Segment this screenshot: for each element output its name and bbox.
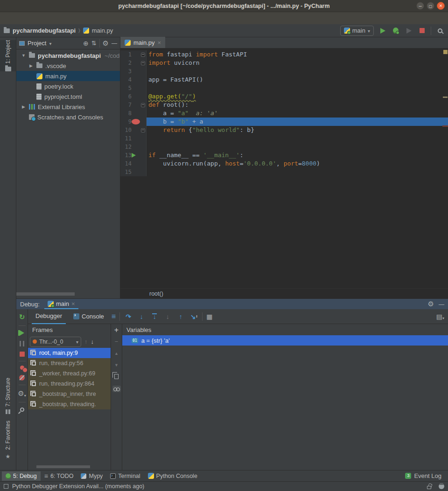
stripe-warning-marker[interactable] (443, 50, 448, 54)
step-out-button[interactable] (176, 312, 185, 321)
rerun-button[interactable] (19, 313, 25, 321)
stripe-breakpoint-marker[interactable] (442, 125, 448, 127)
run-configuration-select[interactable]: main (340, 26, 374, 36)
run-button[interactable] (378, 27, 387, 35)
debug-settings-button[interactable] (18, 389, 26, 398)
search-everywhere-button[interactable] (436, 27, 444, 35)
stop-session-button[interactable] (20, 352, 25, 357)
code-text[interactable]: @app.get("/") (147, 92, 448, 101)
hide-panel-button[interactable] (112, 40, 117, 47)
thread-selector[interactable]: Thr...-0_0 (30, 337, 81, 347)
code-text[interactable] (147, 168, 448, 176)
next-frame-button[interactable] (91, 338, 94, 345)
fold-marker-icon[interactable] (140, 59, 146, 67)
fold-marker-icon[interactable] (140, 126, 146, 134)
code-text[interactable]: def root(): (147, 101, 448, 109)
editor-gutter[interactable]: 15 (120, 168, 147, 176)
resume-button[interactable] (20, 330, 24, 336)
tool-strip-structure-button[interactable]: 7: Structure (0, 378, 16, 414)
code-text[interactable]: from fastapi import FastAPI (147, 50, 448, 59)
show-watches-button[interactable] (112, 386, 121, 392)
gear-icon[interactable] (428, 300, 434, 308)
pin-icon[interactable] (19, 407, 25, 413)
step-over-button[interactable] (124, 312, 133, 321)
debug-session-tab[interactable]: main (44, 299, 78, 309)
close-icon[interactable] (71, 300, 75, 307)
toolwindow-todo[interactable]: 6: TODO (41, 471, 77, 481)
tree-arrow[interactable]: ▶ (21, 104, 26, 109)
editor-gutter[interactable]: 4 (120, 76, 147, 84)
tab-console[interactable]: Console (70, 309, 108, 324)
force-step-into-button[interactable] (150, 312, 159, 321)
status-message[interactable]: Python Debugger Extension Avail... (mome… (12, 483, 144, 490)
code-text[interactable] (147, 67, 448, 76)
toolwindow-debug[interactable]: 5: Debug (2, 471, 41, 481)
editor-gutter[interactable]: 1 (120, 50, 147, 59)
tool-strip-favorites-button[interactable]: 2: Favorites (0, 421, 16, 460)
code-text[interactable] (147, 143, 448, 151)
editor-gutter[interactable]: 2 (120, 59, 147, 67)
project-panel-title[interactable]: Project (28, 40, 46, 47)
close-button[interactable] (437, 2, 445, 10)
view-breakpoints-button[interactable] (20, 366, 24, 370)
stripe-caret-marker[interactable] (443, 97, 448, 98)
code-text[interactable]: uvicorn.run(app, host='0.0.0.0', port=80… (147, 159, 448, 168)
code-text[interactable]: return {"hello world": b} (147, 126, 448, 134)
editor-gutter[interactable]: 14 (120, 159, 147, 168)
editor-gutter[interactable]: 5 (120, 84, 147, 92)
frame-run-threading[interactable]: run, threading.py:864 (28, 379, 111, 389)
frame-worker-thread[interactable]: _worker, thread.py:69 (28, 368, 111, 379)
frame-run-thread[interactable]: run, thread.py:56 (28, 358, 111, 368)
add-watch-button[interactable] (114, 328, 119, 333)
tool-strip-project-button[interactable]: 1: Project (0, 40, 16, 71)
tab-debugger[interactable]: Debugger (32, 309, 66, 324)
frame-bootstrap[interactable]: _bootstrap, threading. (28, 399, 111, 409)
tree-item-external-libraries[interactable]: ▶ External Libraries (16, 102, 120, 112)
code-text[interactable] (147, 84, 448, 92)
breadcrumb-method[interactable]: root() (149, 290, 163, 297)
tree-arrow[interactable]: ▼ (21, 53, 26, 58)
lock-icon[interactable] (427, 486, 431, 489)
code-text[interactable]: import uvicorn (147, 59, 448, 67)
fold-marker-icon[interactable] (140, 50, 146, 59)
editor-gutter[interactable]: 11 (120, 134, 147, 143)
code-text[interactable]: b = "b" + a (147, 118, 448, 126)
tree-arrow[interactable]: ▶ (28, 63, 34, 68)
frames-horizontal-scrollbar[interactable] (36, 465, 90, 468)
editor-gutter[interactable]: 6 (120, 92, 147, 101)
run-to-cursor-button[interactable] (189, 312, 198, 321)
toolwindow-mypy[interactable]: Mypy (77, 471, 106, 481)
toolwindow-terminal[interactable]: Terminal (106, 471, 144, 481)
editor-tab-main-py[interactable]: main.py (120, 37, 165, 48)
editor-error-stripe[interactable] (442, 48, 448, 288)
breadcrumb-project[interactable]: pycharmdebugfastapi (13, 27, 76, 34)
tree-item-scratches[interactable]: Scratches and Consoles (16, 112, 120, 122)
tree-item-vscode[interactable]: ▶ .vscode (16, 61, 120, 71)
mute-breakpoints-button[interactable] (19, 375, 25, 380)
code-text[interactable]: a = "a" a: 'a' (147, 109, 448, 118)
locate-file-button[interactable] (83, 40, 89, 47)
tree-item-pyproject-toml[interactable]: pyproject.toml (16, 91, 120, 102)
inspections-profile-icon[interactable] (439, 484, 444, 489)
project-horizontal-scrollbar[interactable] (16, 292, 75, 296)
toggle-toolwindows-button[interactable] (4, 484, 8, 489)
layout-settings-button[interactable] (436, 313, 444, 320)
toolwindow-python-console[interactable]: Python Console (144, 471, 201, 481)
editor-gutter[interactable]: 12 (120, 143, 147, 151)
chevron-down-icon[interactable] (49, 40, 51, 47)
code-text[interactable] (147, 134, 448, 143)
tree-item-main-py[interactable]: main.py (16, 71, 120, 81)
code-text[interactable]: app = FastAPI() (147, 76, 448, 84)
frame-bootstrap-inner[interactable]: _bootstrap_inner, thre (28, 389, 111, 399)
editor-gutter[interactable]: 10 (120, 126, 147, 134)
minimize-button[interactable] (416, 2, 424, 10)
variable-row-a[interactable]: 01 a = {str} 'a' (122, 335, 448, 346)
evaluate-expression-button[interactable] (206, 313, 212, 320)
tree-item-poetry-lock[interactable]: poetry.lock (16, 81, 120, 91)
editor-gutter[interactable]: 3 (120, 67, 147, 76)
tree-item-project-root[interactable]: ▼ pycharmdebugfastapi ~/code (16, 50, 120, 61)
event-log-button[interactable]: 3 Event Log (405, 472, 446, 479)
duplicate-watch-button[interactable] (114, 374, 119, 379)
editor-gutter[interactable]: 13 (120, 151, 147, 159)
editor-gutter[interactable]: 7 (120, 101, 147, 109)
